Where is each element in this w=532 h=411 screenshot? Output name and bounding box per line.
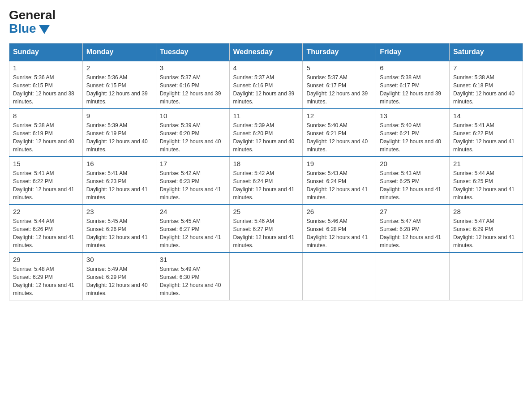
calendar-cell: 25Sunrise: 5:46 AMSunset: 6:27 PMDayligh… xyxy=(229,205,303,253)
calendar-cell: 3Sunrise: 5:37 AMSunset: 6:16 PMDaylight… xyxy=(156,61,229,109)
day-number: 6 xyxy=(380,64,446,72)
day-info: Sunrise: 5:37 AMSunset: 6:17 PMDaylight:… xyxy=(306,73,372,106)
calendar-cell: 16Sunrise: 5:41 AMSunset: 6:23 PMDayligh… xyxy=(82,157,156,205)
calendar-table: SundayMondayTuesdayWednesdayThursdayFrid… xyxy=(9,43,523,300)
page-header: General Blue xyxy=(9,9,523,36)
col-header-monday: Monday xyxy=(82,43,156,61)
day-number: 23 xyxy=(86,208,152,215)
day-info: Sunrise: 5:39 AMSunset: 6:19 PMDaylight:… xyxy=(86,121,152,154)
calendar-cell: 14Sunrise: 5:41 AMSunset: 6:22 PMDayligh… xyxy=(450,109,523,157)
day-info: Sunrise: 5:36 AMSunset: 6:15 PMDaylight:… xyxy=(13,73,79,106)
day-info: Sunrise: 5:47 AMSunset: 6:28 PMDaylight:… xyxy=(380,217,446,249)
calendar-cell: 22Sunrise: 5:44 AMSunset: 6:26 PMDayligh… xyxy=(9,205,83,253)
day-info: Sunrise: 5:39 AMSunset: 6:20 PMDaylight:… xyxy=(160,121,226,154)
calendar-cell: 30Sunrise: 5:49 AMSunset: 6:29 PMDayligh… xyxy=(82,253,156,300)
calendar-cell: 10Sunrise: 5:39 AMSunset: 6:20 PMDayligh… xyxy=(156,109,229,157)
calendar-header-row: SundayMondayTuesdayWednesdayThursdayFrid… xyxy=(9,43,523,61)
calendar-cell: 19Sunrise: 5:43 AMSunset: 6:24 PMDayligh… xyxy=(303,157,376,205)
calendar-cell xyxy=(450,253,523,300)
calendar-cell xyxy=(376,253,450,300)
day-number: 31 xyxy=(160,256,226,263)
day-number: 22 xyxy=(13,208,79,215)
day-number: 20 xyxy=(380,160,446,167)
day-info: Sunrise: 5:45 AMSunset: 6:27 PMDaylight:… xyxy=(160,217,226,249)
logo: General Blue xyxy=(9,9,56,36)
day-info: Sunrise: 5:42 AMSunset: 6:24 PMDaylight:… xyxy=(233,169,299,201)
logo-general-text: General xyxy=(9,9,56,21)
day-info: Sunrise: 5:43 AMSunset: 6:24 PMDaylight:… xyxy=(306,169,372,201)
calendar-cell: 31Sunrise: 5:49 AMSunset: 6:30 PMDayligh… xyxy=(156,253,229,300)
calendar-week-row: 15Sunrise: 5:41 AMSunset: 6:22 PMDayligh… xyxy=(9,157,523,205)
calendar-week-row: 29Sunrise: 5:48 AMSunset: 6:29 PMDayligh… xyxy=(9,253,523,300)
day-number: 8 xyxy=(13,112,79,120)
day-info: Sunrise: 5:46 AMSunset: 6:28 PMDaylight:… xyxy=(306,217,372,249)
col-header-tuesday: Tuesday xyxy=(156,43,229,61)
day-number: 2 xyxy=(86,64,152,72)
day-info: Sunrise: 5:39 AMSunset: 6:20 PMDaylight:… xyxy=(233,121,299,154)
day-info: Sunrise: 5:47 AMSunset: 6:29 PMDaylight:… xyxy=(453,217,519,249)
day-info: Sunrise: 5:48 AMSunset: 6:29 PMDaylight:… xyxy=(13,265,79,297)
day-info: Sunrise: 5:37 AMSunset: 6:16 PMDaylight:… xyxy=(160,73,226,106)
day-number: 17 xyxy=(160,160,226,167)
day-info: Sunrise: 5:44 AMSunset: 6:26 PMDaylight:… xyxy=(13,217,79,249)
day-info: Sunrise: 5:38 AMSunset: 6:17 PMDaylight:… xyxy=(380,73,446,106)
day-number: 26 xyxy=(306,208,372,215)
calendar-cell: 18Sunrise: 5:42 AMSunset: 6:24 PMDayligh… xyxy=(229,157,303,205)
calendar-cell: 7Sunrise: 5:38 AMSunset: 6:18 PMDaylight… xyxy=(450,61,523,109)
col-header-thursday: Thursday xyxy=(303,43,376,61)
day-info: Sunrise: 5:44 AMSunset: 6:25 PMDaylight:… xyxy=(453,169,519,201)
calendar-week-row: 8Sunrise: 5:38 AMSunset: 6:19 PMDaylight… xyxy=(9,109,523,157)
day-number: 21 xyxy=(453,160,519,167)
calendar-week-row: 22Sunrise: 5:44 AMSunset: 6:26 PMDayligh… xyxy=(9,205,523,253)
day-info: Sunrise: 5:40 AMSunset: 6:21 PMDaylight:… xyxy=(306,121,372,154)
day-number: 28 xyxy=(453,208,519,215)
calendar-cell: 26Sunrise: 5:46 AMSunset: 6:28 PMDayligh… xyxy=(303,205,376,253)
col-header-sunday: Sunday xyxy=(9,43,83,61)
day-info: Sunrise: 5:45 AMSunset: 6:26 PMDaylight:… xyxy=(86,217,152,249)
day-number: 29 xyxy=(13,256,79,263)
calendar-cell: 2Sunrise: 5:36 AMSunset: 6:15 PMDaylight… xyxy=(82,61,156,109)
calendar-cell: 29Sunrise: 5:48 AMSunset: 6:29 PMDayligh… xyxy=(9,253,83,300)
calendar-cell xyxy=(229,253,303,300)
day-number: 30 xyxy=(86,256,152,263)
day-info: Sunrise: 5:36 AMSunset: 6:15 PMDaylight:… xyxy=(86,73,152,106)
calendar-cell: 11Sunrise: 5:39 AMSunset: 6:20 PMDayligh… xyxy=(229,109,303,157)
calendar-cell: 4Sunrise: 5:37 AMSunset: 6:16 PMDaylight… xyxy=(229,61,303,109)
day-number: 24 xyxy=(160,208,226,215)
day-number: 18 xyxy=(233,160,299,167)
calendar-cell: 23Sunrise: 5:45 AMSunset: 6:26 PMDayligh… xyxy=(82,205,156,253)
logo-triangle-icon xyxy=(39,25,50,34)
day-number: 12 xyxy=(306,112,372,120)
day-number: 10 xyxy=(160,112,226,120)
day-number: 19 xyxy=(306,160,372,167)
day-info: Sunrise: 5:41 AMSunset: 6:22 PMDaylight:… xyxy=(13,169,79,201)
calendar-cell: 12Sunrise: 5:40 AMSunset: 6:21 PMDayligh… xyxy=(303,109,376,157)
day-info: Sunrise: 5:49 AMSunset: 6:29 PMDaylight:… xyxy=(86,265,152,297)
day-info: Sunrise: 5:49 AMSunset: 6:30 PMDaylight:… xyxy=(160,265,226,297)
calendar-cell: 27Sunrise: 5:47 AMSunset: 6:28 PMDayligh… xyxy=(376,205,450,253)
day-number: 25 xyxy=(233,208,299,215)
calendar-cell: 8Sunrise: 5:38 AMSunset: 6:19 PMDaylight… xyxy=(9,109,83,157)
calendar-cell: 6Sunrise: 5:38 AMSunset: 6:17 PMDaylight… xyxy=(376,61,450,109)
day-number: 4 xyxy=(233,64,299,72)
day-info: Sunrise: 5:38 AMSunset: 6:18 PMDaylight:… xyxy=(453,73,519,106)
day-number: 7 xyxy=(453,64,519,72)
day-number: 14 xyxy=(453,112,519,120)
day-info: Sunrise: 5:41 AMSunset: 6:22 PMDaylight:… xyxy=(453,121,519,154)
col-header-saturday: Saturday xyxy=(450,43,523,61)
day-info: Sunrise: 5:46 AMSunset: 6:27 PMDaylight:… xyxy=(233,217,299,249)
calendar-cell: 13Sunrise: 5:40 AMSunset: 6:21 PMDayligh… xyxy=(376,109,450,157)
day-info: Sunrise: 5:41 AMSunset: 6:23 PMDaylight:… xyxy=(86,169,152,201)
logo-blue-text: Blue xyxy=(9,21,50,36)
calendar-cell: 24Sunrise: 5:45 AMSunset: 6:27 PMDayligh… xyxy=(156,205,229,253)
calendar-cell: 28Sunrise: 5:47 AMSunset: 6:29 PMDayligh… xyxy=(450,205,523,253)
calendar-cell: 20Sunrise: 5:43 AMSunset: 6:25 PMDayligh… xyxy=(376,157,450,205)
day-number: 5 xyxy=(306,64,372,72)
calendar-cell xyxy=(303,253,376,300)
day-number: 13 xyxy=(380,112,446,120)
day-info: Sunrise: 5:43 AMSunset: 6:25 PMDaylight:… xyxy=(380,169,446,201)
day-number: 3 xyxy=(160,64,226,72)
day-info: Sunrise: 5:40 AMSunset: 6:21 PMDaylight:… xyxy=(380,121,446,154)
day-number: 11 xyxy=(233,112,299,120)
day-number: 16 xyxy=(86,160,152,167)
